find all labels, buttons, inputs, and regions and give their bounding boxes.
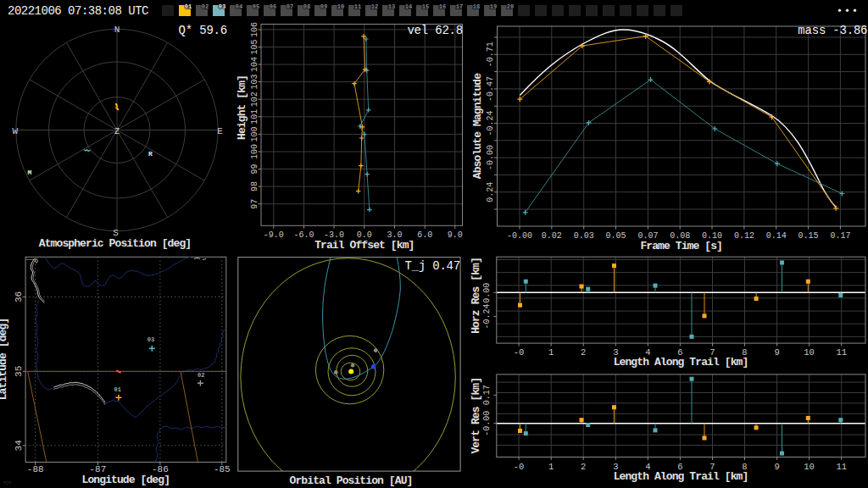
svg-text:E: E (217, 126, 223, 136)
svg-text:20221006 07:38:08 UTC: 20221006 07:38:08 UTC (8, 4, 148, 18)
svg-text:R: R (148, 150, 153, 158)
svg-text:2: 2 (581, 347, 586, 358)
svg-text:100: 100 (250, 126, 259, 141)
svg-text:97: 97 (250, 199, 259, 209)
svg-text:Atmospheric Position [deg]: Atmospheric Position [deg] (39, 237, 191, 250)
svg-text:3.0: 3.0 (387, 230, 402, 240)
svg-text:-0.24: -0.24 (483, 304, 492, 330)
svg-text:-85: -85 (214, 464, 231, 474)
svg-text:0.03: 0.03 (574, 231, 594, 241)
svg-text:34: 34 (14, 440, 24, 452)
svg-text:Latitude [deg]: Latitude [deg] (0, 319, 9, 401)
svg-text:104: 104 (250, 57, 259, 72)
svg-text:Vert Res [km]: Vert Res [km] (470, 378, 482, 454)
svg-text:102: 102 (250, 92, 259, 107)
svg-text:Height [km]: Height [km] (236, 75, 248, 140)
svg-text:Orbital Position [AU]: Orbital Position [AU] (290, 474, 413, 487)
svg-text:0.17: 0.17 (483, 385, 492, 405)
svg-text:-0: -0 (514, 462, 525, 472)
svg-text:04: 04 (236, 3, 242, 10)
svg-text:12: 12 (371, 3, 378, 10)
svg-text:-0: -0 (514, 347, 525, 358)
svg-text:05: 05 (253, 3, 259, 10)
svg-text:0.14: 0.14 (766, 231, 787, 241)
svg-text:Q* 59.6: Q* 59.6 (179, 24, 227, 37)
svg-text:mass -3.86: mass -3.86 (798, 24, 867, 37)
svg-text:Longitude [deg]: Longitude [deg] (82, 474, 170, 486)
svg-text:-0.00: -0.00 (507, 231, 532, 241)
svg-text:99: 99 (250, 164, 259, 174)
svg-text:101: 101 (250, 109, 259, 125)
svg-text:Trail Offset [km]: Trail Offset [km] (314, 239, 414, 252)
svg-text:-88: -88 (27, 464, 44, 474)
svg-text:18: 18 (473, 3, 480, 10)
svg-text:08: 08 (303, 3, 310, 10)
svg-text:-3.0: -3.0 (324, 230, 344, 240)
svg-text:14: 14 (405, 3, 412, 10)
svg-text:M: M (28, 169, 32, 176)
svg-text:10: 10 (337, 3, 344, 10)
svg-text:35: 35 (14, 366, 24, 377)
svg-text:0.02: 0.02 (542, 231, 562, 241)
svg-text:02: 02 (202, 3, 209, 10)
svg-text:-0.47: -0.47 (486, 76, 495, 102)
svg-text:0.15: 0.15 (798, 231, 819, 241)
svg-text:9: 9 (774, 462, 779, 472)
svg-text:17: 17 (456, 3, 463, 10)
svg-text:N: N (114, 25, 120, 35)
svg-text:10: 10 (804, 347, 815, 358)
svg-text:19: 19 (490, 3, 497, 10)
svg-text:-0.24: -0.24 (486, 110, 495, 136)
svg-text:105: 105 (250, 39, 259, 54)
svg-text:11: 11 (836, 462, 847, 472)
svg-text:15: 15 (422, 3, 429, 10)
svg-text:11: 11 (354, 3, 361, 10)
svg-text:06: 06 (270, 3, 276, 10)
svg-text:Length Along Trail [km]: Length Along Trail [km] (614, 356, 748, 369)
svg-text:36: 36 (14, 291, 24, 302)
svg-text:9.0: 9.0 (448, 230, 463, 240)
svg-text:Horz Res [km]: Horz Res [km] (470, 258, 482, 334)
svg-text:13: 13 (388, 3, 395, 10)
svg-text:03: 03 (147, 336, 154, 343)
svg-text:Absolute Magnitude: Absolute Magnitude (471, 73, 484, 179)
svg-text:16: 16 (439, 3, 446, 10)
svg-text:103: 103 (250, 75, 259, 90)
svg-text:0.05: 0.05 (605, 231, 626, 241)
svg-text:02: 02 (198, 372, 204, 379)
svg-text:10: 10 (804, 462, 815, 472)
svg-text:20: 20 (507, 3, 514, 10)
svg-text:2: 2 (581, 462, 586, 472)
svg-text:0.12: 0.12 (734, 231, 754, 241)
svg-text:T_j 0.47: T_j 0.47 (404, 259, 460, 273)
svg-text:98: 98 (250, 181, 259, 191)
svg-text:07: 07 (287, 3, 293, 10)
svg-text:100: 100 (250, 144, 259, 159)
svg-text:0.17: 0.17 (830, 231, 850, 241)
svg-text:W: W (12, 126, 18, 136)
svg-text:1: 1 (548, 462, 554, 472)
svg-text:01: 01 (185, 3, 192, 10)
svg-text:1: 1 (548, 347, 554, 358)
svg-text:0.24: 0.24 (486, 182, 495, 202)
svg-text:106: 106 (250, 22, 259, 37)
svg-text:0.00: 0.00 (483, 283, 492, 303)
svg-text:-6.0: -6.0 (293, 230, 314, 240)
svg-text:mjw: mjw (3, 480, 11, 485)
svg-text:Frame Time [s]: Frame Time [s] (640, 240, 722, 252)
svg-text:-0.71: -0.71 (486, 42, 495, 67)
svg-text:09: 09 (320, 3, 327, 10)
svg-text:vel 62.8: vel 62.8 (407, 24, 463, 37)
svg-text:-0.00: -0.00 (486, 145, 495, 170)
svg-text:6.0: 6.0 (417, 230, 432, 240)
svg-text:-9.0: -9.0 (264, 230, 284, 240)
svg-text:Z: Z (114, 127, 120, 136)
svg-text:0.0: 0.0 (357, 230, 372, 240)
svg-text:03: 03 (219, 3, 225, 10)
svg-text:Length Along Trail [km]: Length Along Trail [km] (614, 470, 748, 483)
svg-text:11: 11 (836, 347, 847, 358)
svg-text:9: 9 (774, 347, 779, 358)
svg-text:-0.00: -0.00 (483, 411, 492, 436)
svg-text:01: 01 (114, 386, 121, 393)
